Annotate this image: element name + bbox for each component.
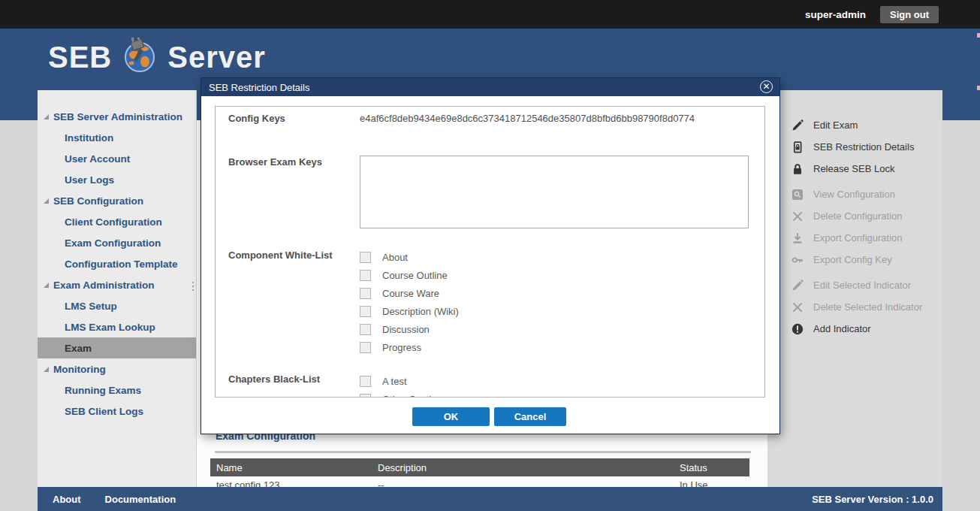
tree-expanded-icon[interactable]	[44, 114, 49, 119]
sidebar-item-label: SEB Client Logs	[65, 406, 143, 417]
globe-lock-icon	[122, 38, 158, 77]
action-edit-selected-indicator: Edit Selected Indicator	[767, 274, 942, 296]
checkbox-description-wiki[interactable]	[360, 306, 371, 317]
action-add-indicator[interactable]: Add Indicator	[767, 318, 942, 340]
sidebar-item-institution[interactable]: Institution	[38, 127, 196, 148]
checkbox-course-outline[interactable]	[360, 270, 371, 281]
browser-exam-keys-label: Browser Exam Keys	[228, 156, 322, 168]
document-lock-icon	[791, 141, 804, 153]
logo-text-seb: SEB	[48, 41, 112, 74]
checkbox-row-about: About	[360, 248, 459, 266]
checkbox-row-course-outline: Course Outline	[360, 266, 459, 284]
action-release-seb-lock[interactable]: Release SEB Lock	[767, 158, 942, 180]
table-row[interactable]: test config 123 -- In Use	[210, 476, 749, 487]
checkbox-row-course-ware: Course Ware	[360, 284, 459, 302]
action-view-configuration: View Configuration	[767, 183, 942, 205]
action-label: Export Config Key	[813, 254, 892, 265]
sidebar-item-label: Configuration Template	[65, 259, 178, 270]
scroll-artifact-top	[977, 33, 980, 38]
sidebar-item-user-account[interactable]: User Account	[38, 148, 196, 169]
action-label: View Configuration	[813, 189, 895, 200]
footer-link-documentation[interactable]: Documentation	[105, 494, 176, 505]
column-header-status[interactable]: Status	[680, 462, 749, 473]
sidebar-item-label: Client Configuration	[65, 216, 162, 228]
action-label: Add Indicator	[813, 323, 871, 334]
checkbox-progress[interactable]	[360, 342, 371, 353]
sidebar-item-configuration-template[interactable]: Configuration Template	[38, 253, 196, 274]
sidebar-item-label: Running Exams	[65, 385, 141, 396]
sidebar-item-lms-exam-lookup[interactable]: LMS Exam Lookup	[38, 316, 196, 337]
key-icon	[791, 253, 804, 266]
action-export-config-key: Export Config Key	[767, 249, 942, 271]
app-logo: SEB Server	[48, 38, 266, 77]
checkbox-other-section[interactable]	[360, 394, 371, 398]
sidebar-item-label: Exam Administration	[53, 280, 155, 291]
sidebar-item-lms-setup[interactable]: LMS Setup	[38, 295, 196, 316]
component-whitelist-group: About Course Outline Course Ware Descrip…	[360, 248, 459, 356]
ok-button[interactable]: OK	[412, 407, 490, 426]
checkbox-label: A test	[382, 376, 407, 387]
action-label: Export Configuration	[813, 232, 903, 243]
action-seb-restriction-details[interactable]: SEB Restriction Details	[767, 136, 942, 158]
checkbox-label: Other Section	[382, 394, 442, 398]
checkbox-row-progress: Progress	[360, 338, 459, 356]
sidebar-item-label: User Logs	[65, 174, 114, 186]
download-icon	[791, 231, 804, 244]
sidebar-item-label: LMS Exam Lookup	[65, 322, 155, 333]
sidebar-item-monitoring[interactable]: Monitoring	[38, 358, 196, 379]
sidebar-item-seb-server-administration[interactable]: SEB Server Administration	[38, 106, 196, 127]
dialog-title: SEB Restriction Details	[209, 82, 309, 93]
column-header-description[interactable]: Description	[378, 462, 680, 473]
chapters-blacklist-group: A test Other Section	[360, 372, 442, 398]
checkbox-label: Course Ware	[382, 288, 439, 299]
footer-version-text: SEB Server Version : 1.0.0	[812, 494, 933, 505]
checkbox-about[interactable]	[360, 252, 371, 263]
sidebar-item-client-configuration[interactable]: Client Configuration	[38, 211, 196, 232]
cell-status: In Use	[680, 479, 749, 488]
sidebar-sash-grip[interactable]	[191, 277, 195, 296]
scroll-artifact-bottom	[977, 86, 980, 90]
sign-out-button[interactable]: Sign out	[880, 6, 939, 23]
sidebar-item-running-exams[interactable]: Running Exams	[38, 379, 196, 401]
logged-in-username: super-admin	[805, 9, 866, 20]
cell-description: --	[378, 479, 680, 488]
sidebar-item-exam-administration[interactable]: Exam Administration	[38, 274, 196, 295]
sidebar-item-label: SEB Server Administration	[53, 111, 182, 122]
action-label: Delete Configuration	[813, 210, 903, 222]
top-bar: super-admin Sign out	[0, 0, 980, 29]
config-keys-value: e4af6cf8deb9434e69e8dc6c373418712546de35…	[360, 113, 695, 124]
cell-name: test config 123	[210, 479, 378, 488]
cancel-button[interactable]: Cancel	[494, 407, 566, 426]
tree-expanded-icon[interactable]	[44, 283, 49, 288]
sidebar-item-label: SEB Configuration	[53, 195, 143, 207]
action-export-configuration: Export Configuration	[767, 227, 942, 249]
sidebar-item-label: Exam Configuration	[65, 237, 161, 249]
checkbox-discussion[interactable]	[360, 324, 371, 335]
sidebar-item-user-logs[interactable]: User Logs	[38, 169, 196, 190]
tree-expanded-icon[interactable]	[44, 198, 49, 204]
sidebar-item-seb-client-logs[interactable]: SEB Client Logs	[38, 401, 196, 422]
logo-text-server: Server	[167, 41, 266, 74]
sidebar-item-exam[interactable]: Exam	[38, 337, 196, 358]
checkbox-label: About	[382, 252, 408, 263]
footer-link-about[interactable]: About	[53, 494, 81, 505]
lock-icon	[791, 162, 804, 175]
pencil-icon	[791, 279, 804, 292]
tree-expanded-icon[interactable]	[44, 367, 49, 372]
action-edit-exam[interactable]: Edit Exam	[767, 114, 942, 136]
checkbox-label: Course Outline	[382, 270, 448, 281]
column-header-name[interactable]: Name	[210, 462, 378, 473]
checkbox-row-other-section: Other Section	[360, 390, 442, 398]
checkbox-course-ware[interactable]	[360, 288, 371, 299]
checkbox-a-test[interactable]	[360, 376, 371, 387]
dialog-form-area: Config Keys e4af6cf8deb9434e69e8dc6c3734…	[215, 106, 765, 398]
browser-exam-keys-input[interactable]	[360, 156, 749, 228]
action-label: Delete Selected Indicator	[813, 301, 922, 313]
sidebar-item-exam-configuration[interactable]: Exam Configuration	[38, 232, 196, 253]
sidebar-item-seb-configuration[interactable]: SEB Configuration	[38, 190, 196, 211]
sidebar-item-label: Institution	[65, 132, 113, 144]
magnifier-square-icon	[791, 188, 804, 201]
footer-bar: About Documentation SEB Server Version :…	[38, 487, 942, 511]
sidebar-navigation: SEB Server Administration Institution Us…	[38, 90, 197, 487]
close-icon[interactable]: ✕	[760, 80, 773, 93]
